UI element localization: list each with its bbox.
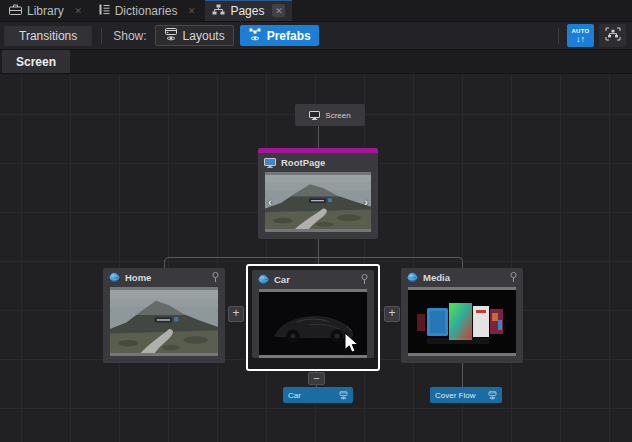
connector-line xyxy=(318,126,319,148)
arrow-cursor xyxy=(344,332,361,359)
pin-icon[interactable] xyxy=(212,272,219,283)
node-media[interactable]: Media xyxy=(401,268,523,363)
auto-arrange-button[interactable]: AUTO ↓↑ xyxy=(567,24,594,47)
toggle-label: Layouts xyxy=(183,29,225,43)
node-label: Home xyxy=(125,272,151,283)
tab-pages[interactable]: Pages ✕ xyxy=(205,0,292,21)
node-home[interactable]: Home xyxy=(103,268,225,363)
remove-page-button[interactable]: − xyxy=(308,372,325,385)
toolbar-right-group: AUTO ↓↑ xyxy=(555,24,628,47)
layouts-toggle-button[interactable]: Layouts xyxy=(155,25,234,46)
cover-flow-photo xyxy=(408,290,516,353)
media-thumbnail xyxy=(408,287,516,356)
pin-icon[interactable] xyxy=(361,274,368,285)
node-label: Media xyxy=(423,272,450,283)
toolbox-icon xyxy=(9,4,22,18)
home-thumbnail xyxy=(110,287,218,356)
landscape-road-photo xyxy=(110,290,218,353)
nav-right-chevron-icon[interactable]: › xyxy=(364,197,368,207)
prefabs-toggle-button[interactable]: Prefabs xyxy=(240,25,319,46)
node-label: RootPage xyxy=(281,157,325,168)
node-label: Screen xyxy=(325,111,350,120)
node-header: Home xyxy=(103,268,225,287)
rootpage-thumbnail: ‹ › xyxy=(265,172,371,232)
monitor-icon xyxy=(309,106,320,124)
node-screen[interactable]: Screen xyxy=(295,104,365,126)
nav-left-chevron-icon[interactable]: ‹ xyxy=(268,197,272,207)
monitor-icon xyxy=(264,154,276,172)
connector-line xyxy=(318,257,319,264)
state-box-cover-flow[interactable]: Cover Flow xyxy=(430,387,502,403)
fit-graph-icon xyxy=(605,27,621,45)
state-box-car[interactable]: Car xyxy=(283,387,353,403)
toggle-label: Prefabs xyxy=(267,29,311,43)
node-label: Car xyxy=(274,274,290,285)
layouts-eye-icon xyxy=(164,28,178,44)
prefab-sphere-icon xyxy=(258,271,269,289)
prefabs-eye-icon xyxy=(248,28,262,44)
tab-label: Pages xyxy=(230,4,264,18)
prefab-sphere-icon xyxy=(407,269,418,287)
state-label: Car xyxy=(288,391,335,400)
layouts-eye-icon xyxy=(339,386,348,404)
connector-line xyxy=(462,363,463,387)
tab-screen-document[interactable]: Screen xyxy=(2,50,70,73)
tab-dictionaries[interactable]: Dictionaries ✕ xyxy=(92,0,206,21)
add-page-button[interactable]: + xyxy=(228,306,244,322)
hierarchy-icon xyxy=(212,4,225,18)
panel-tab-bar: Library ✕ Dictionaries ✕ Pages ✕ xyxy=(0,0,632,22)
layouts-eye-icon xyxy=(488,386,497,404)
page-graph-canvas[interactable]: Screen RootPage xyxy=(0,74,632,442)
node-header: RootPage xyxy=(258,153,378,172)
landscape-road-photo xyxy=(265,175,371,229)
down-up-arrows-icon: ↓↑ xyxy=(576,35,585,44)
close-icon[interactable]: ✕ xyxy=(72,4,85,17)
node-header: Media xyxy=(401,268,523,287)
node-rootpage[interactable]: RootPage ‹ › xyxy=(258,148,378,239)
toolbar: Transitions Show: Layouts Prefabs AUTO ↓… xyxy=(0,22,632,50)
transitions-button[interactable]: Transitions xyxy=(4,26,92,46)
tab-label: Library xyxy=(27,4,64,18)
pin-icon[interactable] xyxy=(510,272,517,283)
state-label: Cover Flow xyxy=(435,391,484,400)
close-icon[interactable]: ✕ xyxy=(185,4,198,17)
document-tab-bar: Screen xyxy=(0,50,632,74)
toolbar-separator xyxy=(101,28,102,44)
add-page-button[interactable]: + xyxy=(384,306,400,322)
list-icon xyxy=(99,4,110,18)
prefab-sphere-icon xyxy=(109,269,120,287)
node-header: Car xyxy=(252,270,374,289)
connector-line xyxy=(318,239,319,257)
show-label: Show: xyxy=(113,29,146,43)
tab-label: Dictionaries xyxy=(115,4,178,18)
close-icon[interactable]: ✕ xyxy=(272,4,285,17)
fit-graph-button[interactable] xyxy=(599,24,626,47)
toolbar-separator xyxy=(558,28,559,44)
tab-library[interactable]: Library ✕ xyxy=(2,0,92,21)
